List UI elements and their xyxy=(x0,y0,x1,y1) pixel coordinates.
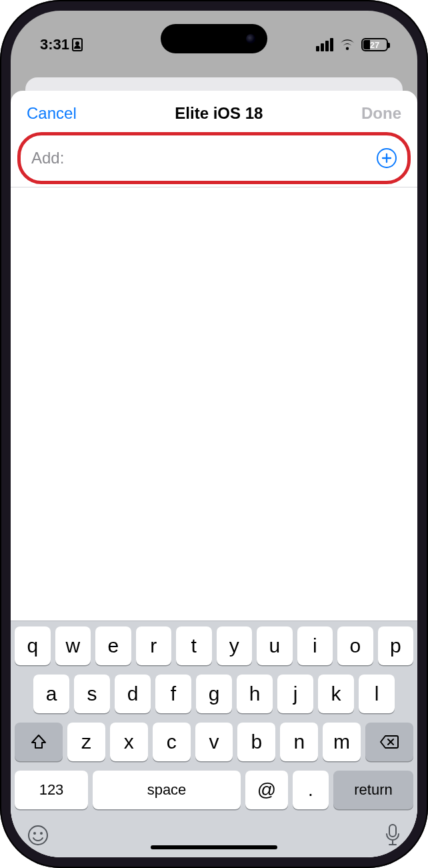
microphone-icon xyxy=(384,823,401,847)
key-return[interactable]: return xyxy=(333,771,413,809)
key-c[interactable]: c xyxy=(153,723,191,761)
shift-icon xyxy=(30,733,47,751)
emoji-button[interactable] xyxy=(27,824,49,847)
key-b[interactable]: b xyxy=(237,723,275,761)
keyboard-row-3: z x c v b n m xyxy=(15,723,413,761)
battery-icon: 27 xyxy=(361,38,388,51)
svg-rect-3 xyxy=(389,825,396,837)
add-field-label: Add: xyxy=(31,149,64,167)
key-r[interactable]: r xyxy=(136,626,172,665)
plus-icon xyxy=(381,153,392,163)
svg-point-2 xyxy=(40,832,43,835)
key-s[interactable]: s xyxy=(74,675,110,713)
annotation-highlight: Add: xyxy=(17,132,411,184)
status-right: 27 xyxy=(316,38,388,51)
done-button[interactable]: Done xyxy=(361,104,401,123)
wifi-icon xyxy=(339,38,356,51)
phone-frame: 3:31 27 Cancel Elite iOS 18 xyxy=(0,0,428,868)
emoji-icon xyxy=(27,824,49,847)
divider xyxy=(11,187,417,187)
key-z[interactable]: z xyxy=(67,723,105,761)
key-e[interactable]: e xyxy=(95,626,131,665)
key-n[interactable]: n xyxy=(280,723,318,761)
add-contact-button[interactable] xyxy=(377,148,397,168)
svg-point-1 xyxy=(33,832,36,835)
key-i[interactable]: i xyxy=(297,626,333,665)
dictation-button[interactable] xyxy=(384,823,401,847)
key-j[interactable]: j xyxy=(277,675,313,713)
modal-sheet: Cancel Elite iOS 18 Done Add: xyxy=(11,91,417,857)
cancel-button[interactable]: Cancel xyxy=(27,104,77,123)
key-f[interactable]: f xyxy=(155,675,191,713)
key-backspace[interactable] xyxy=(365,723,413,761)
key-u[interactable]: u xyxy=(257,626,293,665)
key-o[interactable]: o xyxy=(337,626,373,665)
status-left: 3:31 xyxy=(40,36,83,53)
front-camera xyxy=(246,34,255,43)
key-at[interactable]: @ xyxy=(245,771,288,809)
dynamic-island xyxy=(161,24,267,53)
clock: 3:31 xyxy=(40,36,69,53)
home-indicator[interactable] xyxy=(151,845,277,849)
key-dot[interactable]: . xyxy=(293,771,329,809)
sheet-header: Cancel Elite iOS 18 Done xyxy=(11,91,417,132)
screen: 3:31 27 Cancel Elite iOS 18 xyxy=(11,11,417,857)
backspace-icon xyxy=(379,735,399,749)
contact-card-icon xyxy=(72,38,83,51)
key-123[interactable]: 123 xyxy=(15,771,88,809)
keyboard-row-1: q w e r t y u i o p xyxy=(15,626,413,665)
cellular-signal-icon xyxy=(316,38,333,51)
key-shift[interactable] xyxy=(15,723,63,761)
battery-percent: 27 xyxy=(370,40,379,50)
key-x[interactable]: x xyxy=(110,723,148,761)
key-k[interactable]: k xyxy=(318,675,354,713)
sheet-title: Elite iOS 18 xyxy=(175,104,263,123)
keyboard-row-2: a s d f g h j k l xyxy=(15,675,413,713)
key-t[interactable]: t xyxy=(176,626,212,665)
key-w[interactable]: w xyxy=(55,626,91,665)
key-l[interactable]: l xyxy=(359,675,395,713)
key-m[interactable]: m xyxy=(323,723,361,761)
keyboard: q w e r t y u i o p a s d f g h xyxy=(11,620,417,857)
key-a[interactable]: a xyxy=(33,675,69,713)
key-g[interactable]: g xyxy=(196,675,232,713)
add-contact-field[interactable]: Add: xyxy=(22,137,406,179)
key-h[interactable]: h xyxy=(237,675,273,713)
key-v[interactable]: v xyxy=(195,723,233,761)
key-d[interactable]: d xyxy=(115,675,151,713)
key-p[interactable]: p xyxy=(378,626,414,665)
key-y[interactable]: y xyxy=(217,626,253,665)
keyboard-row-bottom: 123 space @ . return xyxy=(15,771,413,809)
svg-point-0 xyxy=(29,826,47,845)
key-space[interactable]: space xyxy=(93,771,241,809)
key-q[interactable]: q xyxy=(15,626,51,665)
